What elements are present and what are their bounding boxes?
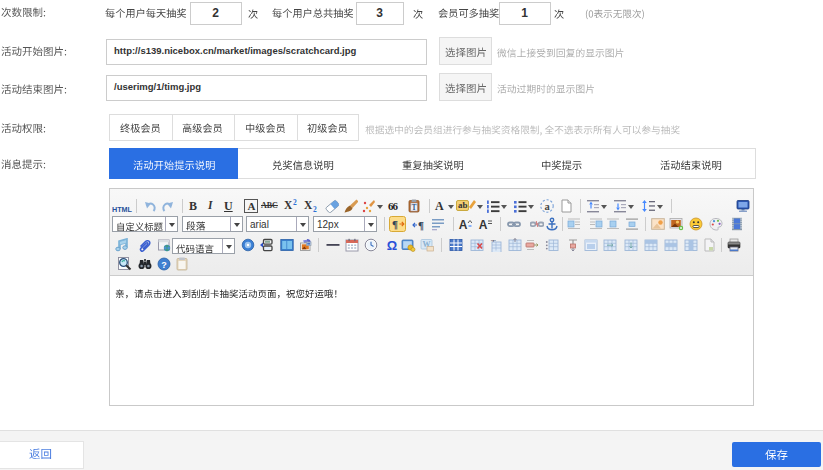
svg-text:¶: ¶: [418, 219, 424, 231]
svg-text:T: T: [411, 203, 416, 212]
svg-text:¶: ¶: [392, 218, 398, 230]
svg-text:HTML: HTML: [112, 205, 133, 214]
svg-text:A: A: [459, 218, 468, 231]
svg-text:?: ?: [161, 260, 167, 270]
svg-text:Ω: Ω: [387, 238, 397, 252]
svg-text:A: A: [479, 218, 488, 231]
svg-text:a: a: [544, 201, 550, 212]
